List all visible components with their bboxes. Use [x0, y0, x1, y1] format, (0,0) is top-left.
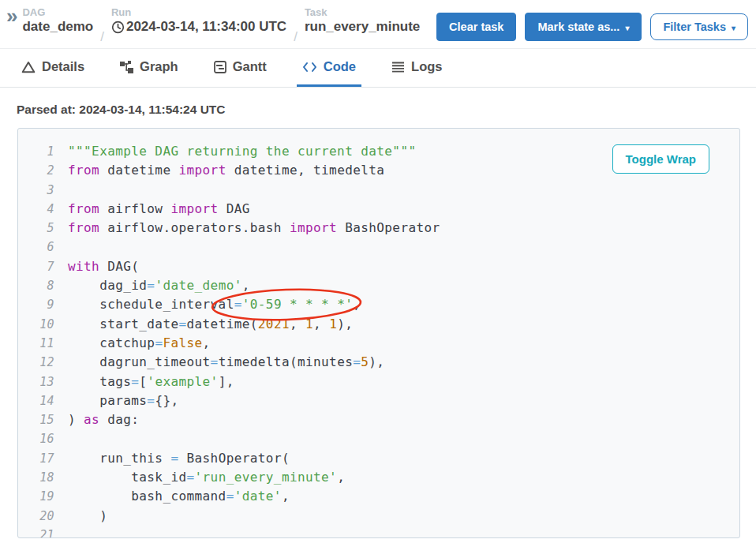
line-number: 13 — [18, 373, 54, 391]
line-number: 10 — [18, 315, 54, 334]
tab-gantt[interactable]: Gantt — [208, 49, 272, 87]
task-name[interactable]: run_every_minute — [305, 19, 420, 35]
clock-icon — [111, 21, 125, 34]
parsed-at-text: Parsed at: 2024-03-14, 11:54:24 UTC — [0, 88, 756, 127]
line-number: 3 — [18, 181, 54, 200]
filter-tasks-label: Filter Tasks — [663, 21, 726, 33]
line-number: 17 — [18, 449, 54, 468]
code-line: 5from airflow.operators.bash import Bash… — [18, 219, 739, 238]
tab-logs-label: Logs — [411, 59, 442, 74]
line-number: 5 — [18, 219, 54, 238]
code-line: 10 start_date=datetime(2021, 1, 1), — [18, 315, 739, 334]
clear-task-button[interactable]: Clear task — [436, 13, 516, 41]
tab-graph[interactable]: Graph — [114, 49, 184, 87]
toggle-wrap-button[interactable]: Toggle Wrap — [612, 144, 709, 174]
code-line: 12 dagrun_timeout=timedelta(minutes=5), — [18, 353, 739, 372]
code-line: 19 bash_command='date', — [18, 487, 739, 506]
tab-logs[interactable]: Logs — [386, 49, 447, 87]
tab-gantt-label: Gantt — [233, 59, 267, 74]
line-number: 4 — [18, 200, 54, 219]
line-number: 9 — [18, 295, 54, 314]
code-line: 13 tags=['example'], — [18, 373, 739, 391]
tab-details-label: Details — [42, 59, 84, 74]
code-line: 7with DAG( — [18, 257, 739, 276]
breadcrumb-separator: / — [294, 29, 298, 48]
code-line: 21 — [18, 526, 739, 538]
line-number: 8 — [18, 276, 54, 295]
tab-graph-label: Graph — [140, 59, 178, 74]
tab-code-label: Code — [324, 59, 356, 74]
code-line: 15) as dag: — [18, 410, 739, 429]
warning-triangle-icon — [21, 61, 36, 73]
line-number: 16 — [18, 429, 54, 448]
code-line: 9 schedule_interval='0-59 * * * *', — [18, 295, 739, 314]
run-label: Run — [111, 6, 286, 18]
header-actions: Clear task Mark state as...▾ Filter Task… — [436, 6, 748, 41]
line-number: 7 — [18, 257, 54, 276]
line-number: 14 — [18, 391, 54, 410]
code-line: 8 dag_id='date_demo', — [18, 276, 739, 295]
code-line: 16 — [18, 429, 739, 448]
code-line: 4from airflow import DAG — [18, 200, 739, 219]
line-number: 20 — [18, 507, 54, 526]
breadcrumb-task: Task run_every_minute — [305, 6, 420, 35]
code-line: 6 — [18, 238, 739, 257]
mark-state-label: Mark state as... — [537, 21, 619, 33]
line-number: 19 — [18, 487, 54, 506]
gantt-icon — [214, 61, 226, 73]
dag-label: DAG — [22, 6, 93, 18]
line-number: 2 — [18, 161, 54, 180]
task-instance-header: » DAG date_demo / Run 2024-03-14, 11:34:… — [0, 0, 756, 49]
line-number: 15 — [18, 410, 54, 429]
mark-state-dropdown-button[interactable]: Mark state as...▾ — [525, 13, 642, 41]
code-line: 11 catchup=False, — [18, 334, 739, 353]
code-line: 20 ) — [18, 507, 739, 526]
line-number: 11 — [18, 334, 54, 353]
filter-tasks-dropdown-button[interactable]: Filter Tasks▾ — [650, 13, 748, 40]
dag-name[interactable]: date_demo — [22, 19, 93, 35]
code-line: 18 task_id='run_every_minute', — [18, 468, 739, 487]
line-number: 6 — [18, 238, 54, 257]
caret-down-icon: ▾ — [732, 24, 735, 32]
dag-code-viewer: 1"""Example DAG returning the current da… — [17, 128, 740, 538]
breadcrumb-run: Run 2024-03-14, 11:34:00 UTC — [111, 6, 286, 35]
collapse-breadcrumb-icon[interactable]: » — [6, 8, 17, 24]
line-number: 21 — [18, 526, 54, 538]
code-line: 17 run_this = BashOperator( — [18, 449, 739, 468]
logs-list-icon — [391, 62, 405, 73]
caret-down-icon: ▾ — [625, 24, 629, 32]
task-label: Task — [305, 6, 420, 18]
line-number: 18 — [18, 468, 54, 487]
tab-details[interactable]: Details — [16, 49, 90, 87]
tab-bar: Details Graph Gantt Code — [0, 49, 756, 88]
code-line: 14 params={}, — [18, 391, 739, 410]
breadcrumb-separator: / — [100, 29, 104, 48]
run-timestamp: 2024-03-14, 11:34:00 UTC — [126, 19, 286, 35]
breadcrumb-dag: DAG date_demo — [22, 6, 93, 35]
code-line: 3 — [18, 181, 739, 200]
code-lines: 1"""Example DAG returning the current da… — [18, 129, 739, 538]
line-number: 12 — [18, 353, 54, 372]
code-brackets-icon — [302, 62, 317, 73]
line-number: 1 — [18, 142, 54, 161]
tab-code[interactable]: Code — [297, 49, 361, 87]
graph-icon — [120, 61, 133, 73]
run-value[interactable]: 2024-03-14, 11:34:00 UTC — [111, 19, 286, 35]
